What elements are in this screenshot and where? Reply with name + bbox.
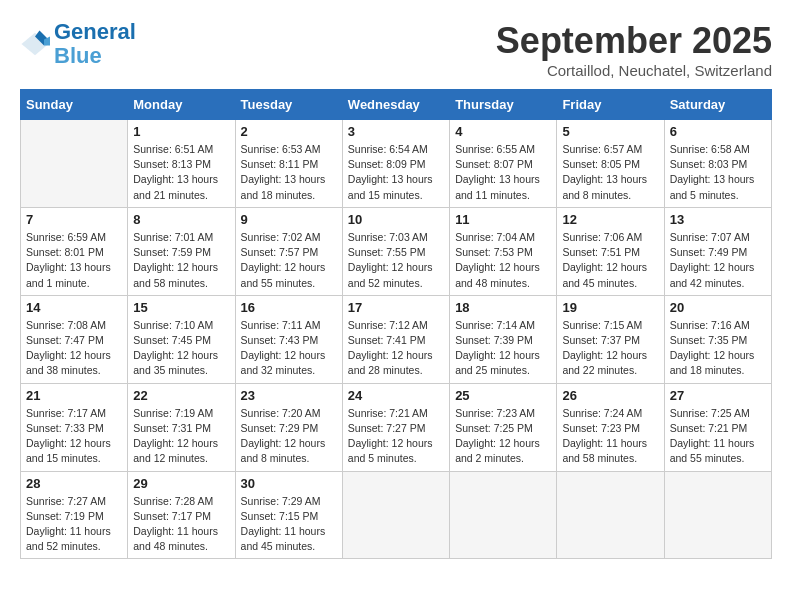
calendar-cell: 15Sunrise: 7:10 AMSunset: 7:45 PMDayligh…: [128, 295, 235, 383]
day-number: 4: [455, 124, 551, 139]
calendar-cell: 29Sunrise: 7:28 AMSunset: 7:17 PMDayligh…: [128, 471, 235, 559]
day-info: Sunrise: 7:02 AMSunset: 7:57 PMDaylight:…: [241, 230, 337, 291]
day-info: Sunrise: 7:10 AMSunset: 7:45 PMDaylight:…: [133, 318, 229, 379]
day-info: Sunrise: 7:11 AMSunset: 7:43 PMDaylight:…: [241, 318, 337, 379]
day-number: 17: [348, 300, 444, 315]
calendar-cell: 17Sunrise: 7:12 AMSunset: 7:41 PMDayligh…: [342, 295, 449, 383]
day-number: 2: [241, 124, 337, 139]
calendar-cell: 16Sunrise: 7:11 AMSunset: 7:43 PMDayligh…: [235, 295, 342, 383]
calendar-cell: 3Sunrise: 6:54 AMSunset: 8:09 PMDaylight…: [342, 120, 449, 208]
day-info: Sunrise: 7:17 AMSunset: 7:33 PMDaylight:…: [26, 406, 122, 467]
calendar-cell: [664, 471, 771, 559]
day-info: Sunrise: 7:28 AMSunset: 7:17 PMDaylight:…: [133, 494, 229, 555]
header-day-saturday: Saturday: [664, 90, 771, 120]
day-number: 15: [133, 300, 229, 315]
calendar-cell: 28Sunrise: 7:27 AMSunset: 7:19 PMDayligh…: [21, 471, 128, 559]
calendar-cell: 18Sunrise: 7:14 AMSunset: 7:39 PMDayligh…: [450, 295, 557, 383]
calendar-cell: 24Sunrise: 7:21 AMSunset: 7:27 PMDayligh…: [342, 383, 449, 471]
header-day-friday: Friday: [557, 90, 664, 120]
day-info: Sunrise: 7:03 AMSunset: 7:55 PMDaylight:…: [348, 230, 444, 291]
day-number: 26: [562, 388, 658, 403]
header-day-sunday: Sunday: [21, 90, 128, 120]
calendar-cell: [21, 120, 128, 208]
header-day-monday: Monday: [128, 90, 235, 120]
day-info: Sunrise: 6:57 AMSunset: 8:05 PMDaylight:…: [562, 142, 658, 203]
calendar-header: SundayMondayTuesdayWednesdayThursdayFrid…: [21, 90, 772, 120]
calendar-week-1: 1Sunrise: 6:51 AMSunset: 8:13 PMDaylight…: [21, 120, 772, 208]
day-info: Sunrise: 7:19 AMSunset: 7:31 PMDaylight:…: [133, 406, 229, 467]
logo-icon: [20, 29, 50, 59]
day-info: Sunrise: 6:54 AMSunset: 8:09 PMDaylight:…: [348, 142, 444, 203]
calendar-cell: 4Sunrise: 6:55 AMSunset: 8:07 PMDaylight…: [450, 120, 557, 208]
day-number: 30: [241, 476, 337, 491]
calendar-cell: 27Sunrise: 7:25 AMSunset: 7:21 PMDayligh…: [664, 383, 771, 471]
calendar-week-4: 21Sunrise: 7:17 AMSunset: 7:33 PMDayligh…: [21, 383, 772, 471]
calendar-cell: 1Sunrise: 6:51 AMSunset: 8:13 PMDaylight…: [128, 120, 235, 208]
day-number: 8: [133, 212, 229, 227]
day-number: 28: [26, 476, 122, 491]
day-number: 1: [133, 124, 229, 139]
logo: General Blue: [20, 20, 136, 68]
calendar-cell: 23Sunrise: 7:20 AMSunset: 7:29 PMDayligh…: [235, 383, 342, 471]
day-info: Sunrise: 7:06 AMSunset: 7:51 PMDaylight:…: [562, 230, 658, 291]
logo-line2: Blue: [54, 43, 102, 68]
calendar-cell: 5Sunrise: 6:57 AMSunset: 8:05 PMDaylight…: [557, 120, 664, 208]
header-row: SundayMondayTuesdayWednesdayThursdayFrid…: [21, 90, 772, 120]
calendar-cell: 30Sunrise: 7:29 AMSunset: 7:15 PMDayligh…: [235, 471, 342, 559]
day-number: 14: [26, 300, 122, 315]
day-info: Sunrise: 7:29 AMSunset: 7:15 PMDaylight:…: [241, 494, 337, 555]
calendar-cell: 8Sunrise: 7:01 AMSunset: 7:59 PMDaylight…: [128, 207, 235, 295]
logo-text: General Blue: [54, 20, 136, 68]
calendar-cell: 12Sunrise: 7:06 AMSunset: 7:51 PMDayligh…: [557, 207, 664, 295]
day-info: Sunrise: 7:20 AMSunset: 7:29 PMDaylight:…: [241, 406, 337, 467]
calendar-cell: 14Sunrise: 7:08 AMSunset: 7:47 PMDayligh…: [21, 295, 128, 383]
header-day-thursday: Thursday: [450, 90, 557, 120]
calendar-cell: 21Sunrise: 7:17 AMSunset: 7:33 PMDayligh…: [21, 383, 128, 471]
day-info: Sunrise: 6:55 AMSunset: 8:07 PMDaylight:…: [455, 142, 551, 203]
day-info: Sunrise: 6:58 AMSunset: 8:03 PMDaylight:…: [670, 142, 766, 203]
day-info: Sunrise: 6:59 AMSunset: 8:01 PMDaylight:…: [26, 230, 122, 291]
month-title: September 2025: [496, 20, 772, 62]
calendar-cell: 7Sunrise: 6:59 AMSunset: 8:01 PMDaylight…: [21, 207, 128, 295]
day-number: 29: [133, 476, 229, 491]
day-info: Sunrise: 7:24 AMSunset: 7:23 PMDaylight:…: [562, 406, 658, 467]
calendar-cell: 6Sunrise: 6:58 AMSunset: 8:03 PMDaylight…: [664, 120, 771, 208]
day-info: Sunrise: 7:07 AMSunset: 7:49 PMDaylight:…: [670, 230, 766, 291]
day-number: 23: [241, 388, 337, 403]
page-header: General Blue September 2025 Cortaillod, …: [20, 20, 772, 79]
calendar-cell: 2Sunrise: 6:53 AMSunset: 8:11 PMDaylight…: [235, 120, 342, 208]
day-number: 21: [26, 388, 122, 403]
day-info: Sunrise: 7:04 AMSunset: 7:53 PMDaylight:…: [455, 230, 551, 291]
day-info: Sunrise: 7:12 AMSunset: 7:41 PMDaylight:…: [348, 318, 444, 379]
day-info: Sunrise: 7:21 AMSunset: 7:27 PMDaylight:…: [348, 406, 444, 467]
day-number: 20: [670, 300, 766, 315]
day-number: 27: [670, 388, 766, 403]
day-info: Sunrise: 7:23 AMSunset: 7:25 PMDaylight:…: [455, 406, 551, 467]
day-info: Sunrise: 6:51 AMSunset: 8:13 PMDaylight:…: [133, 142, 229, 203]
day-info: Sunrise: 7:08 AMSunset: 7:47 PMDaylight:…: [26, 318, 122, 379]
day-number: 22: [133, 388, 229, 403]
day-number: 16: [241, 300, 337, 315]
day-info: Sunrise: 7:14 AMSunset: 7:39 PMDaylight:…: [455, 318, 551, 379]
calendar-body: 1Sunrise: 6:51 AMSunset: 8:13 PMDaylight…: [21, 120, 772, 559]
calendar-cell: [557, 471, 664, 559]
calendar-cell: 11Sunrise: 7:04 AMSunset: 7:53 PMDayligh…: [450, 207, 557, 295]
calendar-cell: 20Sunrise: 7:16 AMSunset: 7:35 PMDayligh…: [664, 295, 771, 383]
day-number: 18: [455, 300, 551, 315]
day-number: 13: [670, 212, 766, 227]
calendar-week-3: 14Sunrise: 7:08 AMSunset: 7:47 PMDayligh…: [21, 295, 772, 383]
calendar-cell: [450, 471, 557, 559]
day-number: 19: [562, 300, 658, 315]
day-info: Sunrise: 7:16 AMSunset: 7:35 PMDaylight:…: [670, 318, 766, 379]
calendar-week-2: 7Sunrise: 6:59 AMSunset: 8:01 PMDaylight…: [21, 207, 772, 295]
calendar-cell: 13Sunrise: 7:07 AMSunset: 7:49 PMDayligh…: [664, 207, 771, 295]
calendar-cell: 19Sunrise: 7:15 AMSunset: 7:37 PMDayligh…: [557, 295, 664, 383]
day-info: Sunrise: 7:01 AMSunset: 7:59 PMDaylight:…: [133, 230, 229, 291]
day-info: Sunrise: 7:15 AMSunset: 7:37 PMDaylight:…: [562, 318, 658, 379]
calendar-cell: 10Sunrise: 7:03 AMSunset: 7:55 PMDayligh…: [342, 207, 449, 295]
calendar-table: SundayMondayTuesdayWednesdayThursdayFrid…: [20, 89, 772, 559]
day-number: 3: [348, 124, 444, 139]
header-day-tuesday: Tuesday: [235, 90, 342, 120]
calendar-cell: 26Sunrise: 7:24 AMSunset: 7:23 PMDayligh…: [557, 383, 664, 471]
calendar-cell: 22Sunrise: 7:19 AMSunset: 7:31 PMDayligh…: [128, 383, 235, 471]
